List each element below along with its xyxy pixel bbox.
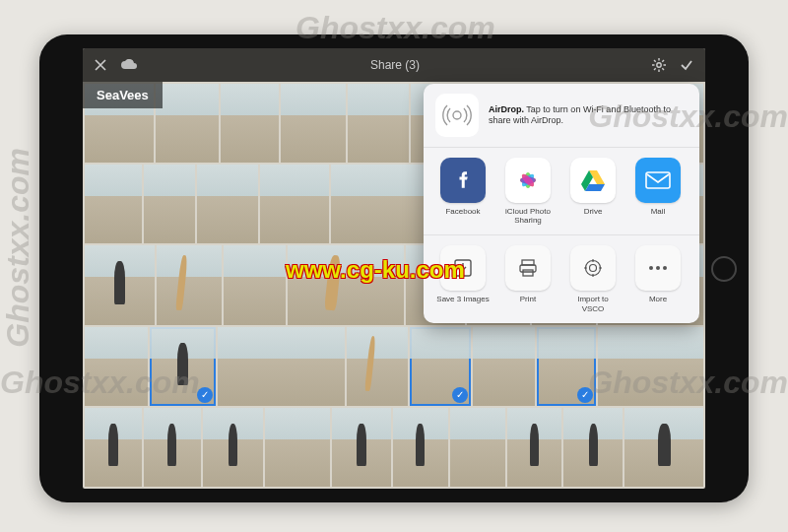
- svg-rect-21: [522, 260, 534, 265]
- action-more[interactable]: More: [630, 245, 686, 303]
- photo-thumbnail[interactable]: [218, 327, 345, 406]
- svg-point-25: [590, 265, 597, 272]
- svg-point-30: [649, 266, 653, 270]
- selection-check-icon: ✓: [577, 387, 593, 403]
- photo-thumbnail[interactable]: [221, 84, 278, 163]
- svg-point-32: [663, 266, 667, 270]
- photo-thumbnail[interactable]: [393, 408, 448, 487]
- share-app-label: Facebook: [435, 207, 491, 216]
- svg-line-8: [654, 68, 656, 70]
- svg-line-5: [654, 60, 656, 62]
- svg-point-0: [657, 63, 661, 67]
- photo-thumbnail[interactable]: [156, 84, 219, 163]
- action-save-images[interactable]: Save 3 Images: [435, 245, 491, 303]
- confirm-check-icon[interactable]: [680, 58, 693, 72]
- photo-thumbnail[interactable]: [224, 245, 285, 324]
- photo-thumbnail[interactable]: [260, 165, 329, 243]
- airdrop-icon: [435, 94, 479, 137]
- share-app-label: Mail: [630, 207, 686, 216]
- save-icon: [440, 245, 486, 291]
- svg-point-9: [453, 111, 461, 119]
- vsco-icon: [570, 245, 616, 291]
- watermark: Ghostxx.com: [0, 148, 36, 348]
- mail-icon: [635, 158, 681, 203]
- photo-thumbnail[interactable]: [265, 408, 330, 487]
- share-app-label: iCloud Photo Sharing: [500, 207, 556, 225]
- share-apps-row: Facebook iCloud Photo Sharing Drive: [424, 147, 699, 234]
- album-name: SeaVees: [83, 82, 163, 108]
- share-actions-row: Save 3 Images Print Import to VSCO: [424, 234, 699, 322]
- print-icon: [505, 245, 551, 291]
- share-app-label: Drive: [565, 207, 621, 216]
- action-print[interactable]: Print: [500, 245, 556, 303]
- action-label: Import to VSCO: [565, 295, 621, 312]
- action-label: More: [630, 295, 686, 303]
- photo-thumbnail[interactable]: [624, 408, 703, 487]
- photo-thumbnail[interactable]: ✓: [150, 327, 216, 406]
- photo-thumbnail[interactable]: [507, 408, 562, 487]
- photo-thumbnail[interactable]: [203, 408, 264, 487]
- airdrop-text: AirDrop. Tap to turn on Wi-Fi and Blueto…: [489, 104, 688, 127]
- photo-thumbnail[interactable]: [85, 327, 148, 406]
- photo-thumbnail[interactable]: [144, 165, 195, 243]
- photo-thumbnail[interactable]: [473, 327, 534, 406]
- svg-line-6: [662, 68, 664, 70]
- photo-thumbnail[interactable]: [288, 245, 404, 324]
- photo-thumbnail[interactable]: [144, 408, 201, 487]
- photo-thumbnail[interactable]: [347, 327, 408, 406]
- photo-thumbnail[interactable]: [85, 165, 142, 243]
- photo-thumbnail[interactable]: [157, 245, 223, 324]
- home-button[interactable]: [711, 256, 737, 282]
- topbar: Share (3): [83, 48, 705, 82]
- tablet-frame: Share (3) SeaVees ✓✓✓ AirDrop. Tap: [39, 34, 749, 502]
- action-import-vsco[interactable]: Import to VSCO: [565, 245, 621, 312]
- topbar-title: Share (3): [370, 58, 420, 72]
- more-icon: [635, 245, 681, 291]
- svg-rect-23: [523, 270, 533, 276]
- share-sheet: AirDrop. Tap to turn on Wi-Fi and Blueto…: [424, 84, 699, 323]
- photo-thumbnail[interactable]: [85, 245, 155, 324]
- photo-thumbnail[interactable]: [348, 84, 409, 163]
- gear-icon[interactable]: [652, 58, 666, 72]
- svg-point-24: [586, 261, 601, 276]
- svg-point-31: [656, 266, 660, 270]
- photo-thumbnail[interactable]: [331, 165, 429, 243]
- share-app-drive[interactable]: Drive: [565, 158, 621, 216]
- share-app-icloud-photo-sharing[interactable]: iCloud Photo Sharing: [500, 158, 556, 225]
- photo-thumbnail[interactable]: [332, 408, 391, 487]
- photo-thumbnail[interactable]: [281, 84, 346, 163]
- selection-check-icon: ✓: [197, 387, 213, 403]
- photo-thumbnail[interactable]: [598, 327, 703, 406]
- screen: Share (3) SeaVees ✓✓✓ AirDrop. Tap: [83, 48, 705, 489]
- close-icon[interactable]: [95, 59, 106, 71]
- drive-icon: [570, 158, 616, 203]
- photo-thumbnail[interactable]: ✓: [410, 327, 471, 406]
- photo-thumbnail[interactable]: [563, 408, 623, 487]
- svg-rect-19: [646, 172, 670, 188]
- share-app-mail[interactable]: Mail: [630, 158, 686, 216]
- photo-thumbnail[interactable]: ✓: [537, 327, 596, 406]
- action-label: Save 3 Images: [435, 295, 491, 303]
- photo-thumbnail[interactable]: [85, 408, 142, 487]
- photos-icon: [505, 158, 551, 203]
- svg-line-7: [662, 60, 664, 62]
- selection-check-icon: ✓: [452, 387, 468, 403]
- cloud-icon[interactable]: [120, 59, 138, 71]
- photo-thumbnail[interactable]: [450, 408, 505, 487]
- action-label: Print: [500, 295, 556, 303]
- share-app-facebook[interactable]: Facebook: [435, 158, 491, 216]
- photo-thumbnail[interactable]: [197, 165, 258, 243]
- airdrop-section[interactable]: AirDrop. Tap to turn on Wi-Fi and Blueto…: [424, 84, 699, 147]
- facebook-icon: [440, 158, 486, 203]
